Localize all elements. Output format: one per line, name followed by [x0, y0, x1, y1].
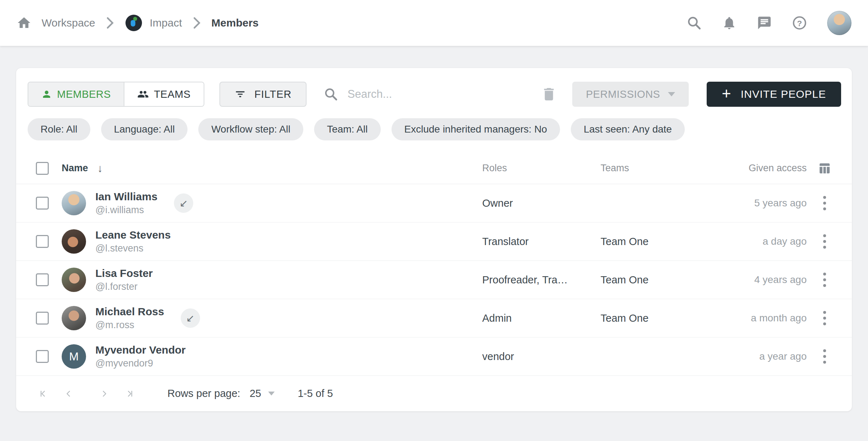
member-cell[interactable]: Leane Stevens @l.stevens: [62, 229, 482, 254]
member-given-access: a year ago: [715, 351, 807, 362]
search-box: [324, 87, 537, 101]
member-teams: Team One: [601, 312, 715, 324]
tab-teams-label: TEAMS: [154, 88, 190, 100]
table-header: Name ↓ Roles Teams Given access: [16, 153, 852, 184]
member-cell[interactable]: Ian Williams @i.williams ↙: [62, 191, 482, 216]
next-page-icon[interactable]: [98, 387, 111, 400]
svg-text:?: ?: [797, 19, 802, 28]
member-username: @m.ross: [95, 320, 164, 331]
previous-page-icon[interactable]: [62, 387, 75, 400]
member-cell[interactable]: Lisa Foster @l.forster: [62, 267, 482, 293]
user-avatar[interactable]: [827, 11, 852, 35]
filter-button[interactable]: FILTER: [219, 82, 307, 107]
breadcrumb-workspace[interactable]: Workspace: [42, 17, 95, 29]
tab-teams[interactable]: TEAMS: [124, 82, 203, 106]
column-header-teams: Teams: [601, 163, 715, 174]
notifications-bell-icon[interactable]: [722, 15, 737, 30]
tab-members[interactable]: MEMBERS: [28, 82, 124, 106]
member-name: Lisa Foster: [95, 267, 153, 280]
column-header-roles: Roles: [482, 163, 601, 174]
delete-icon[interactable]: [541, 86, 557, 102]
member-username: @i.williams: [95, 205, 157, 216]
member-roles: Translator: [482, 236, 601, 248]
breadcrumb-project[interactable]: Impact: [150, 17, 182, 29]
caret-down-icon: [668, 92, 675, 96]
row-menu-icon[interactable]: [819, 345, 830, 368]
member-roles: Admin: [482, 312, 601, 324]
column-name-label: Name: [62, 163, 88, 174]
tab-members-label: MEMBERS: [57, 88, 111, 100]
member-given-access: 5 years ago: [715, 197, 807, 209]
row-checkbox[interactable]: [36, 273, 49, 286]
select-all-checkbox[interactable]: [36, 162, 49, 175]
members-toolbar: MEMBERS TEAMS FILTER PERMISSIONS + INVIT…: [16, 68, 852, 116]
last-page-icon[interactable]: [124, 387, 137, 400]
table-row: Lisa Foster @l.forster Proofreader, Tra……: [16, 261, 852, 299]
table-row: Ian Williams @i.williams ↙ Owner 5 years…: [16, 184, 852, 222]
member-teams: Team One: [601, 274, 715, 286]
row-checkbox[interactable]: [36, 350, 49, 363]
help-icon[interactable]: ?: [792, 15, 807, 30]
search-input[interactable]: [347, 88, 537, 101]
search-input-icon: [324, 87, 338, 101]
plus-icon: +: [722, 86, 731, 101]
home-icon[interactable]: [16, 15, 32, 30]
members-teams-toggle: MEMBERS TEAMS: [28, 82, 204, 107]
member-given-access: a month ago: [715, 312, 807, 324]
row-menu-icon[interactable]: [819, 230, 830, 253]
chip-team[interactable]: Team: All: [314, 118, 381, 140]
member-given-access: 4 years ago: [715, 274, 807, 286]
member-avatar: [62, 306, 86, 330]
row-checkbox[interactable]: [36, 235, 49, 248]
member-name: Ian Williams: [95, 191, 157, 203]
members-panel: MEMBERS TEAMS FILTER PERMISSIONS + INVIT…: [16, 68, 852, 411]
permissions-button[interactable]: PERMISSIONS: [572, 82, 689, 107]
column-settings-icon[interactable]: [817, 161, 832, 176]
inherited-access-icon: ↙: [174, 193, 193, 213]
invite-people-label: INVITE PEOPLE: [741, 88, 826, 100]
member-roles: Proofreader, Tra…: [482, 274, 601, 286]
person-icon: [41, 89, 52, 100]
member-teams: Team One: [601, 236, 715, 248]
filter-chips-row: Role: All Language: All Workflow step: A…: [16, 116, 852, 153]
member-given-access: a day ago: [715, 236, 807, 247]
search-icon[interactable]: [687, 15, 702, 30]
project-avatar-icon: [125, 15, 142, 31]
chip-exclude-inherited-managers[interactable]: Exclude inherited managers: No: [392, 118, 560, 140]
chip-language[interactable]: Language: All: [101, 118, 188, 140]
chip-last-seen[interactable]: Last seen: Any date: [571, 118, 685, 140]
row-menu-icon[interactable]: [819, 307, 830, 330]
chat-icon[interactable]: [757, 15, 772, 30]
member-username: @l.forster: [95, 281, 153, 292]
filter-button-label: FILTER: [255, 88, 292, 100]
first-page-icon[interactable]: [36, 387, 49, 400]
chip-role[interactable]: Role: All: [28, 118, 90, 140]
pagination-range: 1-5 of 5: [298, 388, 333, 399]
pagination-bar: Rows per page: 25 1-5 of 5: [16, 376, 852, 411]
row-checkbox[interactable]: [36, 197, 49, 210]
sort-descending-icon: ↓: [98, 162, 103, 174]
chip-workflow-step[interactable]: Workflow step: All: [198, 118, 303, 140]
member-avatar-initial: M: [62, 344, 86, 369]
member-cell[interactable]: Michael Ross @m.ross ↙: [62, 306, 482, 331]
top-navigation-bar: Workspace Impact Members ?: [0, 0, 868, 46]
member-username: @myvendor9: [95, 358, 186, 369]
inherited-access-icon: ↙: [181, 308, 200, 328]
member-avatar: [62, 268, 86, 292]
row-menu-icon[interactable]: [819, 192, 830, 215]
member-avatar: [62, 191, 86, 215]
member-roles: vendor: [482, 351, 601, 363]
column-header-name[interactable]: Name ↓: [62, 162, 482, 174]
member-avatar: [62, 229, 86, 254]
table-row: Michael Ross @m.ross ↙ Admin Team One a …: [16, 299, 852, 337]
table-row: M Myvendor Vendor @myvendor9 vendor a ye…: [16, 337, 852, 376]
row-menu-icon[interactable]: [819, 268, 830, 291]
breadcrumb-current-page: Members: [212, 17, 259, 29]
member-cell[interactable]: M Myvendor Vendor @myvendor9: [62, 344, 482, 369]
invite-people-button[interactable]: + INVITE PEOPLE: [707, 82, 841, 107]
rows-per-page-select[interactable]: 25: [250, 388, 275, 399]
row-checkbox[interactable]: [36, 312, 49, 325]
rows-per-page-label: Rows per page:: [167, 388, 240, 399]
member-roles: Owner: [482, 197, 601, 209]
column-header-given-access: Given access: [715, 163, 807, 174]
